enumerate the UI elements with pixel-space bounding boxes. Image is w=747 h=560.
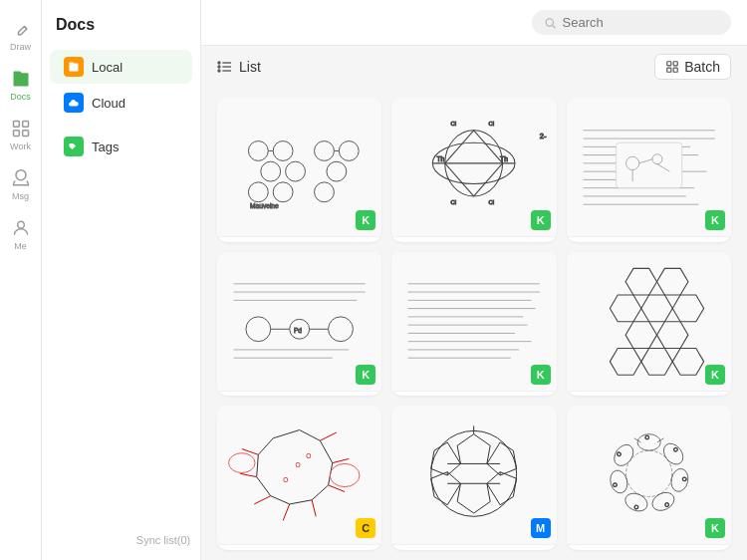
svg-point-126 xyxy=(659,439,686,467)
svg-marker-90 xyxy=(610,349,640,376)
svg-point-12 xyxy=(218,66,220,68)
tags-icon xyxy=(64,137,84,156)
sidebar-section-tags: Tags xyxy=(42,130,200,163)
svg-marker-113 xyxy=(487,472,517,505)
main-content: List Batch xyxy=(201,0,747,560)
svg-text:O: O xyxy=(680,476,687,482)
svg-marker-87 xyxy=(672,295,703,322)
svg-point-11 xyxy=(218,62,220,64)
svg-point-18 xyxy=(248,140,268,160)
sidebar-item-local[interactable]: Local xyxy=(50,50,192,84)
svg-point-130 xyxy=(649,489,677,514)
sidebar-item-cloud[interactable]: Cloud xyxy=(50,86,192,120)
header xyxy=(201,0,747,46)
svg-text:O: O xyxy=(671,445,679,453)
svg-text:Pd: Pd xyxy=(294,327,302,334)
svg-point-23 xyxy=(273,181,293,201)
local-icon xyxy=(64,57,84,77)
nav-docs[interactable]: Docs xyxy=(0,60,41,110)
svg-rect-16 xyxy=(667,68,671,72)
cloud-icon xyxy=(64,93,84,113)
list-item[interactable]: K Infinitene.kdx 2022-01-21 13:40 ··· xyxy=(567,252,731,397)
svg-point-29 xyxy=(315,181,335,201)
svg-text:O: O xyxy=(296,461,301,468)
list-item[interactable]: M FULLERENE.mol 2022-01-21 13:38 ··· xyxy=(391,406,556,550)
svg-text:O: O xyxy=(283,475,288,482)
svg-rect-14 xyxy=(667,62,671,66)
svg-text:Mauveine: Mauveine xyxy=(250,202,279,209)
list-toggle[interactable]: List xyxy=(217,59,261,75)
svg-rect-15 xyxy=(673,62,677,66)
list-item[interactable]: O O O C Roxithromycin.cdx 2022-01-21 13:… xyxy=(217,406,381,550)
svg-marker-111 xyxy=(487,442,517,475)
svg-point-22 xyxy=(248,181,268,201)
svg-marker-112 xyxy=(431,472,461,505)
card-badge: K xyxy=(705,365,725,385)
search-input[interactable] xyxy=(563,15,719,30)
svg-marker-93 xyxy=(257,429,333,503)
list-label: List xyxy=(239,59,261,75)
svg-marker-85 xyxy=(610,295,640,322)
nav-msg[interactable]: Msg xyxy=(0,159,41,209)
svg-text:O: O xyxy=(615,450,622,458)
svg-text:O: O xyxy=(632,503,639,511)
svg-point-28 xyxy=(327,161,347,181)
card-info: β-cyclodextrin.kdx 2022-01-21 13:38 ··· xyxy=(567,545,731,550)
svg-point-4 xyxy=(17,221,24,228)
svg-point-26 xyxy=(315,140,335,160)
svg-text:2-: 2- xyxy=(540,132,547,140)
svg-point-19 xyxy=(273,140,293,160)
svg-marker-110 xyxy=(431,442,461,475)
svg-text:Th: Th xyxy=(437,155,445,162)
list-item[interactable]: K Corey-Bakshi-Shibata Reduction.kdx 202… xyxy=(567,98,731,242)
search-icon xyxy=(544,16,557,30)
nav-me[interactable]: Me xyxy=(0,209,41,259)
svg-text:O: O xyxy=(662,501,669,509)
svg-marker-108 xyxy=(457,433,490,463)
card-badge: K xyxy=(531,210,551,230)
card-thumbnail: K xyxy=(567,252,731,392)
card-thumbnail: K xyxy=(567,98,731,237)
svg-point-121 xyxy=(625,450,671,496)
svg-point-102 xyxy=(330,463,360,486)
card-thumbnail: Pd K xyxy=(217,252,381,392)
list-item[interactable]: Pd K Buchwald-Hartwig Cross Coupling... … xyxy=(217,252,381,397)
svg-line-97 xyxy=(312,500,316,517)
card-info: Roxithromycin.cdx 2022-01-21 13:39 ··· xyxy=(217,545,381,550)
card-info: Infinitene.kdx 2022-01-21 13:40 ··· xyxy=(567,392,731,397)
svg-marker-84 xyxy=(656,269,687,296)
svg-point-6 xyxy=(546,18,553,25)
svg-point-27 xyxy=(339,140,359,160)
svg-line-96 xyxy=(329,485,346,492)
card-thumbnail: M xyxy=(391,406,556,545)
svg-marker-91 xyxy=(640,349,671,376)
list-item[interactable]: K Cope Elimination.kdx 2022-01-21 13:41 … xyxy=(391,252,556,397)
svg-rect-3 xyxy=(22,131,28,137)
list-item[interactable]: Mauveine K Mauveine.kdx 2022-01-21 13:42… xyxy=(217,98,381,242)
card-thumbnail: O O O C xyxy=(217,406,381,545)
nav-draw[interactable]: Draw xyxy=(0,10,41,60)
svg-text:Cl: Cl xyxy=(489,199,494,205)
list-item[interactable]: O O O O xyxy=(567,406,731,550)
card-badge: C xyxy=(356,518,375,538)
card-badge: K xyxy=(356,210,375,230)
svg-marker-88 xyxy=(625,322,656,349)
svg-marker-109 xyxy=(457,483,490,513)
card-info: Buchwald-Hartwig Cross Coupling... 2022-… xyxy=(217,392,381,397)
card-info: Mauveine.kdx 2022-01-21 13:42 ··· xyxy=(217,237,381,242)
svg-point-67 xyxy=(329,317,354,342)
svg-text:O: O xyxy=(644,434,649,440)
card-badge: K xyxy=(705,518,725,538)
search-bar[interactable] xyxy=(532,10,731,35)
svg-line-101 xyxy=(242,448,259,454)
sidebar: Docs Local Cloud Tags Sync list(0) xyxy=(42,0,201,560)
svg-marker-83 xyxy=(625,269,656,296)
batch-button[interactable]: Batch xyxy=(654,54,731,80)
card-info: FULLERENE.mol 2022-01-21 13:38 ··· xyxy=(391,545,556,550)
list-item[interactable]: Cl Cl Th Th Cl Cl 2- K Thorium cluster.k… xyxy=(391,98,556,242)
svg-point-136 xyxy=(610,440,636,468)
sidebar-item-tags[interactable]: Tags xyxy=(50,130,192,163)
svg-text:Cl: Cl xyxy=(489,120,494,126)
svg-line-94 xyxy=(320,432,337,440)
nav-work[interactable]: Work xyxy=(0,110,41,159)
